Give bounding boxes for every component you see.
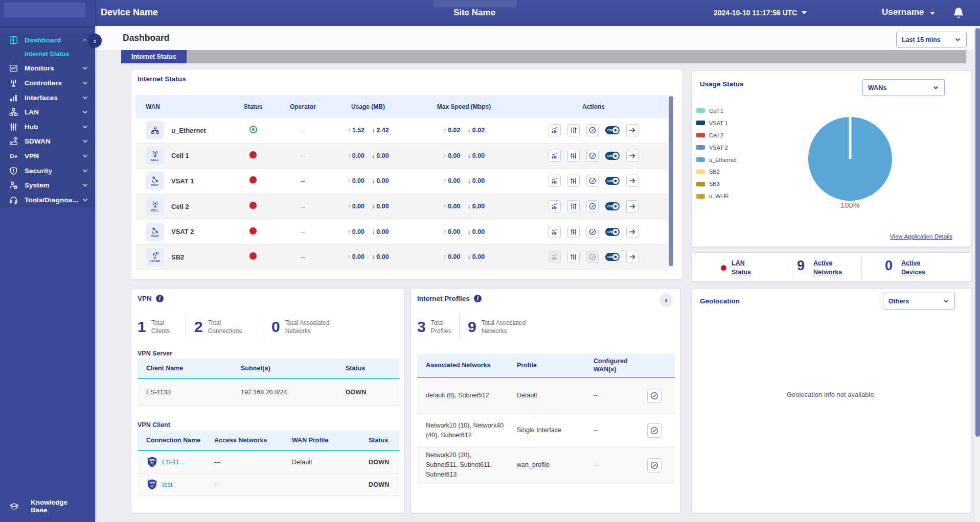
time-filter-select[interactable]: Last 15 mins [896,32,967,48]
info-icon[interactable]: i [156,295,164,302]
usage-chart-button[interactable] [549,200,561,212]
speed-test-button[interactable] [586,226,599,238]
sidebar-collapse-button[interactable]: ‹ [88,34,102,48]
active-networks-link[interactable]: Active Networks [813,258,842,277]
tab-bar: Internet Status [121,50,966,63]
internet-status-panel: Internet Status WANStatusOperatorUsage (… [131,69,683,280]
lan-status-link[interactable]: LAN Status [732,258,751,277]
details-arrow-button[interactable] [626,200,639,212]
site-highlight [434,0,516,7]
sidebar-item-system[interactable]: System [0,178,95,193]
info-icon[interactable]: i [474,295,482,302]
configure-button[interactable] [567,175,580,187]
wan-enable-toggle[interactable]: ON [605,228,620,236]
usage-chart-button[interactable] [549,150,561,162]
connection-name-link[interactable]: test [162,481,172,488]
graduation-cap-icon [9,502,19,511]
sidebar-item-sdwan[interactable]: SDWAN [0,134,95,149]
wan-table-body: u_Ethernet -- ↑1.52 ↓2.42 ↑0.02 ↓0.02 ON… [135,118,668,270]
details-arrow-button[interactable] [626,175,639,187]
details-arrow-button[interactable] [626,251,639,263]
details-arrow-button[interactable] [626,124,639,136]
tools-icon [9,196,18,204]
profile-link[interactable]: Single Interface [508,425,585,435]
usage-scope-select[interactable]: WANs [862,79,945,96]
active-devices-link[interactable]: Active Devices [901,258,925,277]
configure-button[interactable] [567,200,580,212]
table-scrollbar-thumb[interactable] [669,96,673,266]
configure-button[interactable] [567,124,580,136]
usage-chart-button[interactable] [549,124,561,136]
usage-scope-value: WANs [868,84,886,91]
legend-swatch [696,182,705,186]
speed-test-button[interactable] [586,175,599,187]
chevron-down-icon [82,66,88,70]
wan-enable-toggle[interactable]: ON [605,202,620,210]
configure-button[interactable] [567,226,580,238]
status-down-icon [249,252,257,259]
table-scrollbar[interactable] [669,95,673,270]
sidebar-item-dashboard[interactable]: Dashboard [0,33,95,48]
system-icon [9,181,18,189]
timestamp-dropdown[interactable]: 2024-10-10 11:17:56 UTC [714,9,807,17]
sidebar-item-lan[interactable]: LAN [0,105,95,120]
sidebar-item-knowledge-base[interactable]: Knowledge Base [0,499,95,514]
user-menu[interactable]: Username [882,7,935,17]
view-application-details-link[interactable]: View Application Details [890,233,952,240]
toggle-knob [612,127,619,133]
wan-enable-toggle[interactable]: ON [605,177,620,185]
page-scrollbar[interactable] [974,26,980,522]
down-arrow-icon: ↓ [468,127,471,134]
notifications-bell-icon[interactable] [953,7,964,19]
speed-test-button[interactable] [586,251,599,263]
sidebar-item-controllers[interactable]: Controllers [0,76,95,90]
up-arrow-icon: ↑ [347,228,350,235]
chevron-down-icon [954,36,961,43]
speed-test-button[interactable] [647,458,662,472]
details-arrow-button[interactable] [626,150,639,162]
chevron-down-icon [82,183,88,187]
speed-test-button[interactable] [586,124,599,136]
usage-pie-chart [792,101,908,217]
sidebar-item-security[interactable]: Security [0,163,95,178]
wan-row-cell-2: CELL Cell 2 -- ↑0.00 ↓0.00 ↑0.00 ↓0.00 O… [135,194,668,220]
profile-row: Network10 (10), Network40 (40), Subnet61… [417,414,675,447]
sidebar-item-vpn[interactable]: VPN [0,149,95,163]
up-arrow-icon: ↑ [347,152,350,159]
configured-wans-value: -- [585,391,641,400]
profile-link[interactable]: Default [508,391,585,400]
profiles-table: Associated NetworksProfileConfigured WAN… [417,353,675,483]
operator-value: -- [279,152,327,159]
speed-test-button[interactable] [647,389,662,403]
wan-enable-toggle[interactable]: ON [605,126,620,134]
sidebar-item-interfaces[interactable]: Interfaces [0,90,95,105]
sidebar-item-tools-diagnos[interactable]: Tools/Diagnos... [0,193,95,207]
geolocation-scope-select[interactable]: Others [883,293,955,310]
configure-button[interactable] [567,150,580,162]
details-arrow-button[interactable] [626,226,639,238]
expand-panel-button[interactable]: › [659,294,673,307]
tab-internet-status[interactable]: Internet Status [121,50,187,63]
sidebar-item-monitors[interactable]: Monitors [0,61,95,76]
page-scrollbar-thumb[interactable] [975,28,980,437]
wan-enable-toggle[interactable]: ON [605,152,620,160]
legend-swatch [696,108,705,113]
sidebar-item-hub[interactable]: Hub [0,120,95,134]
down-arrow-icon: ↓ [468,253,471,260]
down-arrow-icon: ↓ [468,177,471,184]
usage-chart-button[interactable] [549,175,561,187]
wan-enable-toggle[interactable]: ON [605,253,620,261]
connection-name-link[interactable]: ES-11... [162,459,185,466]
speed-test-button[interactable] [586,150,599,162]
speed-test-button[interactable] [647,423,662,438]
usage-chart-button[interactable] [549,251,561,263]
vpn-server-title: VPN Server [138,350,172,357]
legend-swatch [696,157,705,162]
vpn-client-name-link[interactable]: ES-1133 [138,389,232,396]
configure-button[interactable] [567,251,580,263]
speed-test-button[interactable] [586,200,599,212]
vpn-shield-icon: VPN [146,479,158,490]
usage-chart-button[interactable] [549,226,561,238]
profile-link[interactable]: wan_profile [508,460,585,470]
sidebar-subitem-internet-status[interactable]: Internet Status [0,48,95,61]
